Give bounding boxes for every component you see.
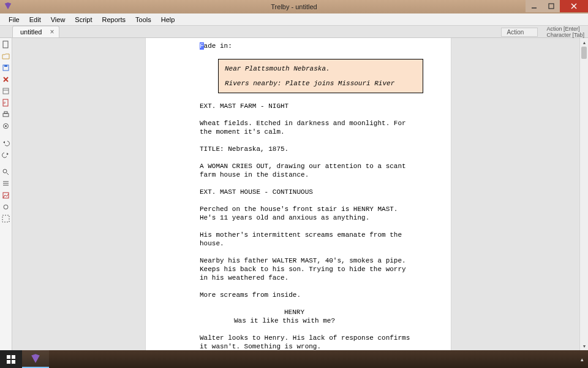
print-icon[interactable] <box>1 109 11 119</box>
svg-rect-26 <box>12 355 15 359</box>
character[interactable]: HENRY <box>200 308 417 316</box>
separator <box>1 161 11 165</box>
tab-label: untitled <box>20 28 42 36</box>
reports-icon[interactable] <box>1 190 11 200</box>
note-box[interactable]: Near Plattsmouth Nebraska. Rivers nearby… <box>218 59 423 93</box>
svg-rect-9 <box>3 88 9 94</box>
separator <box>1 132 11 136</box>
vertical-scrollbar[interactable]: ▴ ▾ <box>579 38 588 350</box>
svg-point-17 <box>3 169 7 173</box>
window-title: Trelby - untitled <box>271 3 317 10</box>
menu-reports[interactable]: Reports <box>97 15 130 25</box>
action[interactable]: His mother's intermittent screams emanat… <box>200 231 417 248</box>
menu-script[interactable]: Script <box>70 15 97 25</box>
hint-enter: Action [Enter] <box>546 26 584 32</box>
scroll-thumb[interactable] <box>581 47 587 59</box>
svg-line-18 <box>7 173 9 175</box>
hint-tab: Character [Tab] <box>546 32 584 38</box>
svg-rect-1 <box>549 4 554 9</box>
menu-view[interactable]: View <box>46 15 70 25</box>
svg-point-23 <box>4 205 8 209</box>
tools-icon[interactable] <box>1 202 11 212</box>
titlebar: Trelby - untitled <box>0 0 588 13</box>
minimize-button[interactable] <box>526 0 543 12</box>
scroll-down-icon[interactable]: ▾ <box>580 342 588 350</box>
scene-heading[interactable]: EXT. MAST HOUSE - CONTINUOUS <box>200 188 417 196</box>
text: ade in: <box>204 42 232 50</box>
action[interactable]: Wheat fields. Etched in darkness and moo… <box>200 119 417 136</box>
svg-rect-25 <box>7 355 10 359</box>
toolbar: P <box>0 38 12 350</box>
app-icon <box>4 2 12 10</box>
fullscreen-icon[interactable] <box>1 213 11 223</box>
find-icon[interactable] <box>1 167 11 177</box>
pdf-icon[interactable]: P <box>1 98 11 107</box>
taskbar: ▴ <box>0 350 588 368</box>
action[interactable]: Walter looks to Henry. His lack of respo… <box>200 334 417 350</box>
start-button[interactable] <box>0 350 22 368</box>
maximize-button[interactable] <box>543 0 560 12</box>
svg-rect-6 <box>4 65 7 67</box>
svg-text:P: P <box>4 101 6 105</box>
status-bar: Action Action [Enter] Character [Tab] Pa… <box>501 26 584 38</box>
menu-tools[interactable]: Tools <box>130 15 156 25</box>
fade-in-line[interactable]: Fade in: <box>200 42 417 50</box>
script-settings-icon[interactable] <box>1 86 11 96</box>
close-file-icon[interactable] <box>1 74 11 84</box>
tabbar: untitled × Action Action [Enter] Charact… <box>0 26 588 38</box>
action[interactable]: Nearby his father WALTER MAST, 40's, smo… <box>200 256 417 282</box>
toggle-view-icon[interactable] <box>1 178 11 188</box>
keyboard-hints: Action [Enter] Character [Tab] <box>546 26 584 38</box>
action[interactable]: TITLE: Nebraska, 1875. <box>200 145 417 153</box>
tab-close-icon[interactable]: × <box>50 28 54 36</box>
settings-icon[interactable] <box>1 121 11 131</box>
scene-heading[interactable]: EXT. MAST FARM - NIGHT <box>200 102 417 110</box>
svg-point-16 <box>5 125 7 127</box>
action[interactable]: A WOMAN CRIES OUT, drawing our attention… <box>200 162 417 179</box>
svg-rect-14 <box>4 112 7 113</box>
svg-rect-27 <box>7 360 10 364</box>
tray-show-desktop[interactable]: ▴ <box>576 350 588 368</box>
action[interactable]: Perched on the house's front stair is HE… <box>200 205 417 222</box>
close-button[interactable] <box>560 0 588 12</box>
page[interactable]: Fade in: Near Plattsmouth Nebraska. Rive… <box>146 38 451 350</box>
scroll-up-icon[interactable]: ▴ <box>580 38 588 47</box>
open-icon[interactable] <box>1 51 11 61</box>
svg-rect-24 <box>2 215 9 222</box>
document-tab[interactable]: untitled × <box>12 26 59 37</box>
undo-icon[interactable] <box>1 138 11 148</box>
action[interactable]: More screams from inside. <box>200 291 417 299</box>
element-type-selector[interactable]: Action <box>501 28 538 37</box>
menu-edit[interactable]: Edit <box>24 15 46 25</box>
redo-icon[interactable] <box>1 150 11 159</box>
main-area: P Fade in: Near Plattsmouth Nebraska. Ri… <box>0 38 588 350</box>
editor[interactable]: Fade in: Near Plattsmouth Nebraska. Rive… <box>12 38 588 350</box>
svg-rect-13 <box>3 113 9 117</box>
note-line: Rivers nearby: Platte joins Missouri Riv… <box>225 79 417 88</box>
save-icon[interactable] <box>1 63 11 72</box>
svg-rect-28 <box>12 360 15 364</box>
dialogue[interactable]: Was it like this with me? <box>200 316 417 325</box>
window-controls <box>526 0 588 12</box>
taskbar-app-trelby[interactable] <box>22 350 49 368</box>
menu-help[interactable]: Help <box>156 15 180 25</box>
note-line: Near Plattsmouth Nebraska. <box>225 64 417 73</box>
text-cursor: F <box>200 42 204 50</box>
svg-rect-4 <box>3 41 8 48</box>
menu-file[interactable]: File <box>4 15 24 25</box>
new-icon[interactable] <box>1 39 11 49</box>
menubar: File Edit View Script Reports Tools Help <box>0 13 588 26</box>
